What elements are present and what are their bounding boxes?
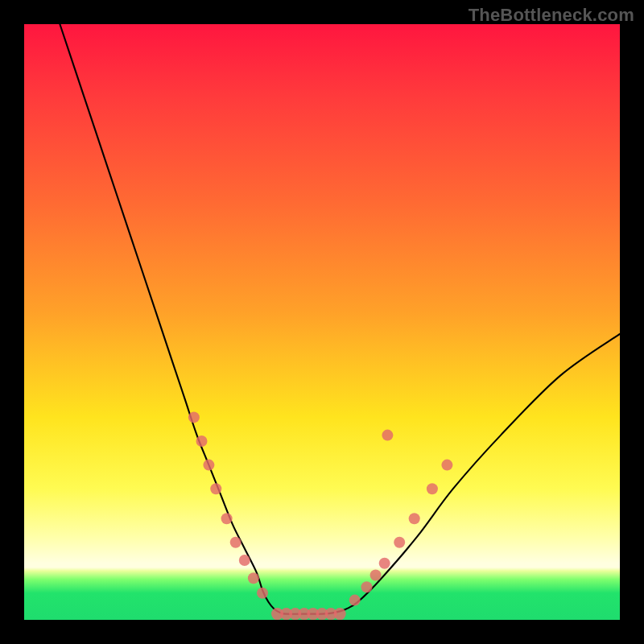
bottleneck-curve-path [60,24,620,614]
highlight-dot [370,570,382,581]
curve-svg [24,24,620,620]
highlight-dot [196,436,208,447]
highlight-dot [257,588,268,599]
plot-area [24,24,620,620]
valley-dot [334,608,346,620]
highlight-dot [361,581,373,592]
highlight-dot [248,572,259,584]
highlight-dot [239,555,250,566]
highlight-dot [221,513,233,524]
watermark-text: TheBottleneck.com [469,5,634,26]
highlight-dot [188,411,200,423]
highlight-dot [382,430,393,441]
highlight-dot [203,460,214,471]
highlight-dot [230,537,242,548]
chart-frame: TheBottleneck.com [0,0,644,644]
highlight-dot [379,558,390,569]
flat-segment-dots [271,608,346,620]
highlight-dot [210,483,221,494]
highlight-dot [409,513,420,524]
highlight-dot [394,537,405,548]
highlight-dot [441,460,452,471]
highlight-dot [349,595,361,606]
highlight-dot [427,483,438,494]
right-arm-dots [349,430,453,606]
